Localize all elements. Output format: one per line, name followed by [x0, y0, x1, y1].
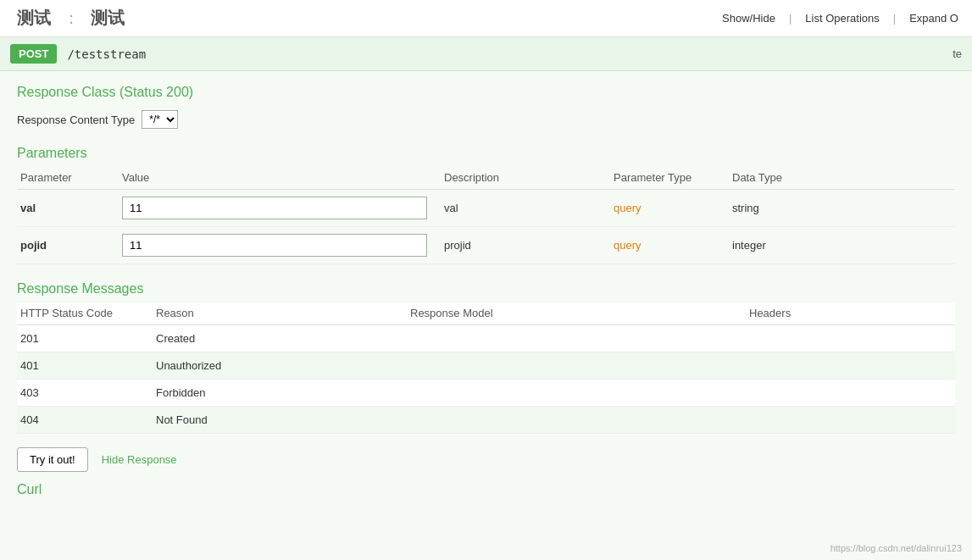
status-code-cell: 404: [17, 407, 153, 434]
status-code-cell: 403: [17, 380, 153, 407]
title-separator: ：: [63, 8, 80, 27]
buttons-row: Try it out! Hide Response: [17, 447, 955, 472]
main-content: Response Class (Status 200) Response Con…: [0, 71, 972, 560]
title-part2: 测试: [91, 8, 125, 27]
headers-cell: [746, 407, 955, 434]
headers-cell: [746, 380, 955, 407]
try-it-out-button[interactable]: Try it out!: [17, 447, 88, 472]
table-row: 404 Not Found: [17, 407, 955, 434]
response-messages-table: HTTP Status Code Reason Response Model H…: [17, 303, 955, 434]
reason-cell: Forbidden: [153, 380, 407, 407]
col-description: Description: [441, 168, 610, 190]
col-value: Value: [119, 168, 441, 190]
col-data-type: Data Type: [729, 168, 955, 190]
status-code-cell: 401: [17, 352, 153, 380]
curl-section: Curl: [17, 482, 955, 497]
headers-cell: [746, 352, 955, 380]
reason-cell: Not Found: [153, 407, 407, 434]
table-row: 401 Unauthorized: [17, 352, 955, 380]
table-row: val val query string: [17, 190, 955, 227]
hide-response-link[interactable]: Hide Response: [102, 453, 177, 466]
response-model-cell: [407, 352, 746, 380]
col-reason: Reason: [153, 303, 407, 325]
table-row: 201 Created: [17, 325, 955, 352]
top-bar-actions: Show/Hide | List Operations | Expand O: [722, 12, 958, 25]
response-class-section: Response Class (Status 200) Response Con…: [17, 85, 955, 129]
title-part1: 测试: [17, 8, 51, 27]
reason-cell: Created: [153, 325, 407, 352]
param-datatype: integer: [732, 239, 766, 252]
col-parameter: Parameter: [17, 168, 119, 190]
status-code-cell: 201: [17, 325, 153, 352]
param-datatype: string: [732, 202, 759, 214]
response-model-cell: [407, 325, 746, 352]
reason-cell: Unauthorized: [153, 352, 407, 380]
top-bar: 测试 ： 测试 Show/Hide | List Operations | Ex…: [0, 0, 972, 37]
post-path: /teststream: [67, 47, 146, 61]
headers-cell: [746, 325, 955, 352]
param-name: val: [20, 202, 36, 214]
parameters-title: Parameters: [17, 146, 955, 161]
col-status-code: HTTP Status Code: [17, 303, 153, 325]
post-bar: POST /teststream te: [0, 37, 972, 71]
param-type: query: [614, 202, 642, 214]
col-parameter-type: Parameter Type: [610, 168, 729, 190]
param-description: val: [444, 202, 458, 214]
parameters-table: Parameter Value Description Parameter Ty…: [17, 168, 955, 264]
post-method-badge: POST: [10, 44, 57, 64]
response-messages-title: Response Messages: [17, 281, 955, 297]
response-model-cell: [407, 380, 746, 407]
param-name: pojid: [20, 239, 47, 252]
param-value-input[interactable]: [122, 234, 427, 257]
param-type: query: [614, 239, 642, 252]
response-class-title: Response Class (Status 200): [17, 85, 955, 100]
content-type-select[interactable]: */*: [142, 110, 178, 129]
show-hide-link[interactable]: Show/Hide: [722, 12, 775, 25]
response-content-type-row: Response Content Type */*: [17, 110, 955, 129]
col-response-model: Response Model: [407, 303, 746, 325]
post-bar-right: te: [953, 47, 962, 60]
parameters-section: Parameters Parameter Value Description P…: [17, 146, 955, 264]
col-headers: Headers: [746, 303, 955, 325]
page-title: 测试 ： 测试: [14, 7, 128, 30]
response-model-cell: [407, 407, 746, 434]
separator2: |: [893, 12, 896, 25]
list-operations-link[interactable]: List Operations: [805, 12, 879, 25]
response-messages-section: Response Messages HTTP Status Code Reaso…: [17, 281, 955, 434]
param-value-input[interactable]: [122, 197, 427, 219]
curl-title: Curl: [17, 482, 955, 497]
param-description: projid: [444, 239, 471, 252]
watermark: https://blog.csdn.net/dalinrui123: [830, 543, 962, 553]
content-type-label: Response Content Type: [17, 114, 135, 126]
table-row: 403 Forbidden: [17, 380, 955, 407]
expand-link[interactable]: Expand O: [909, 12, 958, 25]
separator1: |: [789, 12, 791, 25]
table-row: pojid projid query integer: [17, 227, 955, 264]
